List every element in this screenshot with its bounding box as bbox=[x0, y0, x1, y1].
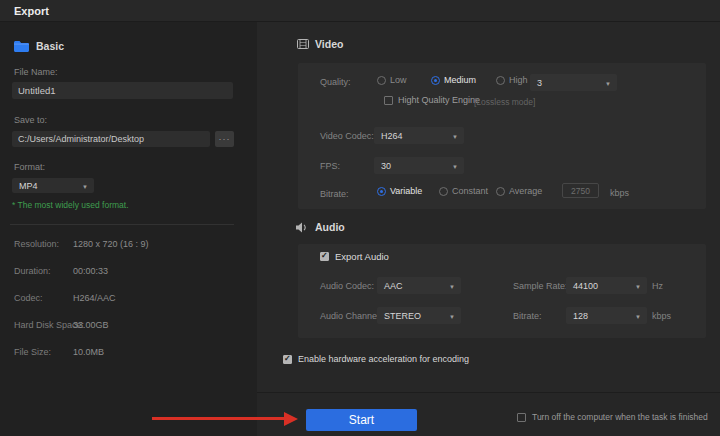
format-value: MP4 bbox=[19, 181, 38, 191]
export-audio-checkbox[interactable]: Export Audio bbox=[320, 252, 389, 262]
fps-label: FPS: bbox=[320, 162, 340, 171]
radio-selected-icon bbox=[431, 76, 440, 85]
info-label-codec: Codec: bbox=[14, 294, 43, 303]
browse-button[interactable]: ··· bbox=[215, 131, 234, 147]
video-codec-dropdown[interactable]: H264 bbox=[374, 127, 464, 144]
format-label: Format: bbox=[14, 163, 45, 172]
radio-icon bbox=[439, 187, 448, 196]
turn-off-label: Turn off the computer when the task is f… bbox=[532, 413, 708, 422]
video-codec-label: Video Codec: bbox=[320, 132, 374, 141]
quality-radio-low[interactable]: Low bbox=[377, 76, 407, 85]
audio-section-header: Audio bbox=[296, 222, 345, 233]
save-to-input[interactable]: C:/Users/Administrator/Desktop bbox=[12, 131, 210, 147]
speaker-icon bbox=[296, 222, 309, 233]
quality-level-dropdown[interactable]: 3 bbox=[530, 74, 617, 91]
radio-icon bbox=[377, 76, 386, 85]
hq-engine-note: [Lossless mode] bbox=[474, 98, 535, 107]
basic-sidebar: Basic File Name: Untitled1 Save to: C:/U… bbox=[0, 22, 257, 436]
radio-selected-icon bbox=[377, 187, 386, 196]
quality-radio-high[interactable]: High bbox=[496, 76, 528, 85]
audio-codec-dropdown[interactable]: AAC bbox=[377, 277, 461, 294]
hq-engine-label: Hight Quality Engine bbox=[398, 96, 480, 105]
folder-icon bbox=[14, 41, 29, 52]
audio-bitrate-value: 128 bbox=[573, 311, 588, 321]
sample-rate-label: Sample Rate: bbox=[513, 282, 568, 291]
bitrate-value-input[interactable]: 2750 bbox=[562, 183, 599, 198]
audio-channel-value: STEREO bbox=[384, 311, 421, 321]
radio-icon bbox=[496, 187, 505, 196]
chevron-down-icon bbox=[635, 311, 641, 321]
video-icon bbox=[297, 39, 309, 49]
info-label-file-size: File Size: bbox=[14, 348, 51, 357]
checkbox-checked-icon bbox=[320, 252, 329, 261]
basic-section-header: Basic bbox=[14, 41, 64, 52]
audio-channel-label: Audio Channel: bbox=[320, 312, 382, 321]
audio-codec-label: Audio Codec: bbox=[320, 282, 374, 291]
bitrate-option-label: Constant bbox=[452, 187, 488, 196]
page-title: Export bbox=[14, 5, 49, 17]
quality-option-label: High bbox=[509, 76, 528, 85]
quality-radio-medium[interactable]: Medium bbox=[431, 76, 476, 85]
format-dropdown[interactable]: MP4 bbox=[12, 178, 94, 193]
info-label-duration: Duration: bbox=[14, 267, 51, 276]
sample-rate-unit: Hz bbox=[652, 282, 663, 291]
audio-bitrate-unit: kbps bbox=[652, 312, 671, 321]
file-name-value: Untitled1 bbox=[18, 85, 56, 96]
info-value-disk-space: 33.00GB bbox=[73, 321, 109, 330]
sample-rate-value: 44100 bbox=[573, 281, 598, 291]
info-label-resolution: Resolution: bbox=[14, 240, 59, 249]
sidebar-divider bbox=[10, 224, 234, 225]
info-value-file-size: 10.0MB bbox=[73, 348, 104, 357]
chevron-down-icon bbox=[449, 311, 455, 321]
hw-accel-label: Enable hardware acceleration for encodin… bbox=[298, 355, 469, 364]
hw-accel-checkbox[interactable]: Enable hardware acceleration for encodin… bbox=[283, 355, 469, 364]
start-button-label: Start bbox=[349, 413, 374, 427]
quality-level-value: 3 bbox=[537, 78, 542, 88]
file-name-input[interactable]: Untitled1 bbox=[12, 82, 233, 99]
file-name-label: File Name: bbox=[14, 68, 58, 77]
chevron-down-icon bbox=[605, 78, 611, 88]
video-section-title: Video bbox=[315, 39, 343, 50]
chevron-down-icon bbox=[82, 181, 88, 191]
info-value-codec: H264/AAC bbox=[73, 294, 116, 303]
audio-bitrate-label: Bitrate: bbox=[513, 312, 542, 321]
ellipsis-icon: ··· bbox=[219, 134, 231, 144]
checkbox-icon bbox=[517, 413, 526, 422]
bitrate-unit: kbps bbox=[610, 189, 629, 198]
info-value-resolution: 1280 x 720 (16 : 9) bbox=[73, 240, 149, 249]
annotation-arrow-head bbox=[284, 412, 298, 426]
save-to-value: C:/Users/Administrator/Desktop bbox=[18, 134, 144, 144]
basic-section-title: Basic bbox=[36, 41, 64, 52]
audio-bitrate-dropdown[interactable]: 128 bbox=[566, 307, 647, 324]
fps-dropdown[interactable]: 30 bbox=[374, 157, 464, 174]
save-to-label: Save to: bbox=[14, 116, 47, 125]
bitrate-option-label: Variable bbox=[390, 187, 422, 196]
audio-channel-dropdown[interactable]: STEREO bbox=[377, 307, 461, 324]
bitrate-option-label: Average bbox=[509, 187, 542, 196]
bitrate-radio-constant[interactable]: Constant bbox=[439, 187, 488, 196]
bitrate-label: Bitrate: bbox=[320, 190, 349, 199]
chevron-down-icon bbox=[452, 131, 458, 141]
audio-codec-value: AAC bbox=[384, 281, 403, 291]
quality-label: Quality: bbox=[320, 78, 351, 87]
checkbox-icon bbox=[384, 96, 393, 105]
annotation-arrow-line bbox=[152, 417, 284, 420]
bitrate-value: 2750 bbox=[571, 186, 590, 196]
checkbox-checked-icon bbox=[283, 355, 292, 364]
quality-option-label: Medium bbox=[444, 76, 476, 85]
chevron-down-icon bbox=[449, 281, 455, 291]
bitrate-radio-variable[interactable]: Variable bbox=[377, 187, 422, 196]
turn-off-checkbox[interactable]: Turn off the computer when the task is f… bbox=[517, 413, 708, 422]
video-codec-value: H264 bbox=[381, 131, 403, 141]
video-section-header: Video bbox=[297, 39, 343, 50]
radio-icon bbox=[496, 76, 505, 85]
format-note: * The most widely used format. bbox=[12, 201, 129, 210]
start-button[interactable]: Start bbox=[306, 409, 417, 431]
hq-engine-checkbox[interactable]: Hight Quality Engine bbox=[384, 96, 480, 105]
export-audio-label: Export Audio bbox=[335, 252, 389, 262]
sample-rate-dropdown[interactable]: 44100 bbox=[566, 277, 647, 294]
bitrate-radio-average[interactable]: Average bbox=[496, 187, 542, 196]
dialog-header: Export bbox=[0, 0, 720, 22]
chevron-down-icon bbox=[635, 281, 641, 291]
quality-option-label: Low bbox=[390, 76, 407, 85]
